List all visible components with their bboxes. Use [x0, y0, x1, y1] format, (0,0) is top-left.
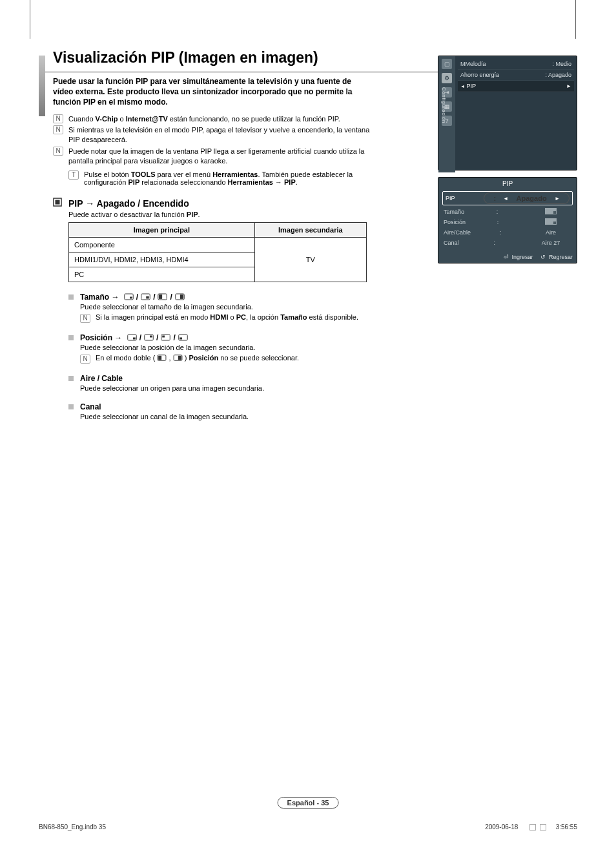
svg-rect-11: [133, 338, 136, 340]
table-cell: TV: [254, 237, 366, 282]
pip-size-icon: [175, 293, 185, 300]
section-bullet-icon: [53, 198, 62, 209]
crop-mark-left: [30, 0, 32, 39]
tv-pip-row: Posición:: [438, 217, 577, 227]
chevron-right-icon: ►: [566, 83, 571, 89]
tv-menu-row: Ahorro energía: Apagado: [458, 70, 574, 81]
pip-table: Imagen principal Imagen secundaria Compo…: [68, 222, 367, 282]
pip-position-icon: [127, 334, 137, 341]
pip-size-icon: [173, 355, 183, 361]
chevron-left-icon: ◄: [503, 196, 508, 201]
svg-rect-5: [146, 296, 149, 299]
tv-menu-panel: ▢ ⚙ ⇥ ▦ ? Configuración MMelodía: Medio …: [438, 56, 577, 170]
placeholder-glyph-icon: [529, 824, 536, 831]
pip-size-icon: [141, 293, 150, 300]
pip-position-icon: [144, 334, 154, 341]
tools-hint: T Pulse el botón TOOLS para ver el menú …: [68, 170, 378, 186]
subsection-heading: Posición → / / /: [80, 333, 188, 342]
table-cell: PC: [69, 267, 255, 282]
tv-pip-row: Canal:Aire 27: [438, 238, 577, 248]
subsection-heading: Canal: [80, 402, 101, 411]
svg-rect-15: [163, 336, 165, 338]
subsection-heading: Aire / Cable: [80, 374, 123, 383]
table-cell: HDMI1/DVI, HDMI2, HDMI3, HDMI4: [69, 252, 255, 267]
table-cell: Componente: [69, 237, 255, 252]
picture-icon: ▢: [442, 59, 452, 69]
table-header: Imagen principal: [69, 222, 255, 237]
note-item: N Puede notar que la imagen de la ventan…: [53, 147, 376, 167]
tv-menu-rows: MMelodía: Medio Ahorro energía: Apagado …: [458, 59, 574, 92]
return-icon: ↺: [539, 254, 547, 260]
note-text: Cuando V-Chip o Internet@TV están funcio…: [68, 114, 340, 124]
tv-menu-row: MMelodía: Medio: [458, 59, 574, 70]
note-text: Puede notar que la imagen de la ventana …: [68, 147, 376, 167]
title-accent-bar: [39, 56, 45, 116]
enter-icon: ⏎: [502, 254, 510, 260]
chevron-right-icon: ►: [555, 196, 560, 201]
pip-size-icon: [158, 293, 167, 300]
position-indicator-icon: [545, 218, 557, 225]
svg-rect-1: [56, 200, 60, 204]
tv-pip-panel: PIP PIP : ◄Apagado► Tamaño: Posición: Ai…: [438, 177, 577, 263]
subsection-heading: Tamaño → / / /: [80, 293, 185, 302]
note-item: N Cuando V-Chip o Internet@TV están func…: [53, 114, 376, 124]
note-item: N Si mientras ve la televisión en el mod…: [53, 125, 376, 145]
print-job-timestamp: 2009-06-18 3:56:55: [485, 823, 577, 831]
tv-pip-row: Aire/Cable:Aire: [438, 227, 577, 238]
svg-rect-19: [159, 355, 162, 359]
pip-size-icon: [157, 355, 167, 361]
sub-bullet-icon: [68, 404, 74, 409]
intro-text: Puede usar la función PIP para ver simul…: [53, 76, 369, 108]
pip-position-icon: [161, 334, 170, 341]
table-header: Imagen secundaria: [254, 222, 366, 237]
note-icon: N: [80, 314, 90, 323]
page-number-pill: Español - 35: [278, 796, 339, 809]
pip-position-icon: [178, 334, 188, 341]
svg-rect-17: [180, 338, 182, 340]
tv-menu-row-selected: ◄ PIP►: [458, 81, 574, 92]
tools-text: Pulse el botón TOOLS para ver el menú He…: [84, 170, 378, 186]
print-job-filename: BN68-850_Eng.indb 35: [39, 823, 106, 831]
subsection-body: Puede seleccionar un origen para una ima…: [80, 384, 577, 392]
note-icon: N: [53, 125, 63, 134]
subsection-note: N Si la imagen principal está en modo HD…: [80, 313, 577, 323]
subsection-body: Puede seleccionar el tamaño de la imagen…: [80, 303, 577, 311]
svg-rect-7: [159, 294, 162, 299]
chevron-left-icon: ◄: [460, 84, 465, 88]
sub-bullet-icon: [68, 335, 74, 340]
gear-icon: ⚙: [442, 73, 452, 83]
svg-rect-21: [178, 355, 181, 359]
size-indicator-icon: [545, 208, 557, 214]
svg-rect-9: [180, 294, 183, 299]
subsection-body: Puede seleccionar la posición de la imag…: [80, 344, 577, 351]
note-text: Si mientras ve la televisión en el modo …: [68, 125, 376, 145]
note-icon: N: [53, 147, 63, 156]
tv-pip-row: Tamaño:: [438, 207, 577, 217]
tv-mock: ▢ ⚙ ⇥ ▦ ? Configuración MMelodía: Medio …: [438, 56, 577, 263]
tv-tab-label: Configuración: [441, 87, 447, 123]
tv-footer-hints: ⏎ Ingresar ↺ Regresar: [502, 254, 573, 260]
subsection-note: N En el modo doble ( , ) Posición no se …: [80, 354, 577, 364]
subsection-canal: Canal: [68, 402, 577, 411]
subsection-tamano: Tamaño → / / /: [68, 293, 577, 302]
svg-rect-3: [130, 297, 132, 299]
subsection-body: Puede seleccionar un canal de la imagen …: [80, 413, 577, 420]
tools-icon: T: [68, 170, 79, 180]
tv-pip-row-selected: PIP : ◄Apagado►: [442, 191, 573, 205]
pip-size-icon: [124, 293, 134, 300]
sub-bullet-icon: [68, 294, 74, 300]
sub-bullet-icon: [68, 376, 74, 381]
subsection-posicion: Posición → / / /: [68, 333, 577, 342]
subsection-aire-cable: Aire / Cable: [68, 374, 577, 383]
section-heading-text: PIP → Apagado / Encendido: [68, 198, 189, 209]
svg-rect-13: [150, 336, 152, 338]
note-icon: N: [80, 355, 90, 364]
tv-panel-title: PIP: [438, 178, 577, 190]
note-icon: N: [53, 114, 63, 123]
placeholder-glyph-icon: [540, 824, 546, 831]
